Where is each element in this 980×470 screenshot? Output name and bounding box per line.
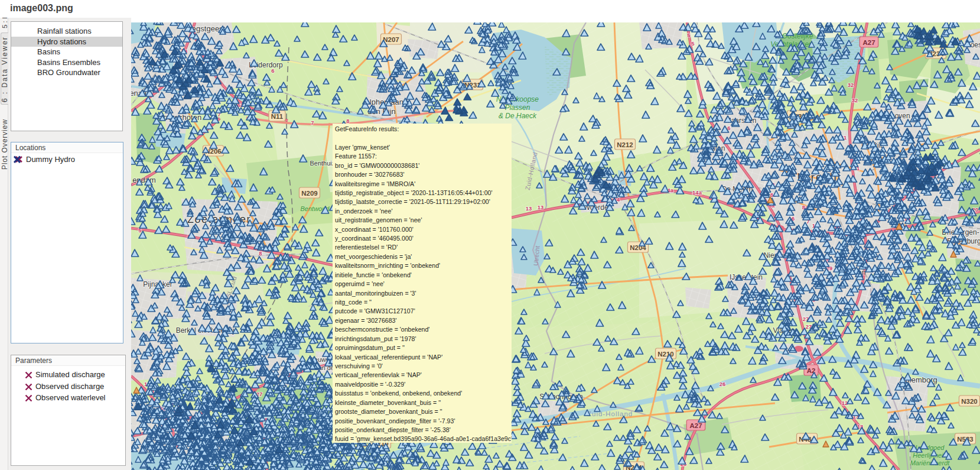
svg-text:A27: A27	[689, 422, 702, 429]
svg-text:Mariënwaerdt: Mariënwaerdt	[910, 459, 950, 466]
svg-text:N210: N210	[657, 351, 674, 358]
svg-text:A27: A27	[862, 39, 875, 46]
svg-text:N212: N212	[617, 141, 633, 148]
svg-text:26: 26	[719, 381, 726, 387]
svg-text:N209: N209	[301, 190, 318, 197]
svg-text:& De Haeck: & De Haeck	[499, 112, 537, 120]
svg-text:5: 5	[691, 40, 695, 47]
svg-text:14a: 14a	[692, 189, 702, 196]
svg-text:N207: N207	[383, 36, 399, 43]
svg-text:N11: N11	[271, 113, 284, 120]
svg-text:32: 32	[852, 97, 858, 103]
svg-text:5: 5	[687, 32, 691, 38]
svg-text:12: 12	[842, 400, 848, 406]
svg-text:13: 13	[526, 205, 532, 212]
svg-text:7: 7	[311, 119, 314, 126]
svg-text:13: 13	[538, 204, 544, 210]
svg-text:32: 32	[848, 82, 854, 88]
svg-text:Plassen: Plassen	[505, 103, 530, 112]
svg-text:endam: endam	[132, 176, 156, 184]
svg-text:N320: N320	[961, 398, 978, 405]
svg-text:8: 8	[259, 250, 262, 257]
